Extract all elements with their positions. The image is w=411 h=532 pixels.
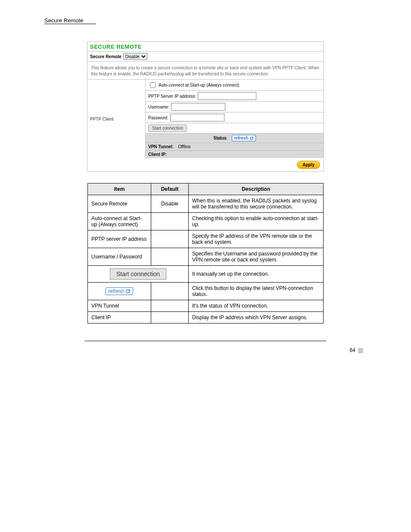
- cell-desc: Specify the IP address of the VPN remote…: [189, 230, 324, 248]
- auto-connect-label: Auto-connect at Start-up (Always connect…: [159, 83, 239, 87]
- cell-desc: Display the IP address which VPN Server …: [189, 312, 324, 324]
- toggle-label: Secure Remote: [90, 54, 121, 59]
- vpn-tunnel-value: Offline: [178, 144, 190, 149]
- cell-default: Disable: [151, 195, 189, 213]
- section-rule: [44, 24, 96, 24]
- cell-desc: Click this button to display the latest …: [189, 283, 324, 300]
- table-row: Username / Password Specifies the Userna…: [88, 248, 324, 266]
- cell-item: VPN Tunnel: [88, 300, 151, 312]
- cell-item: PPTP server IP address: [88, 230, 151, 248]
- th-default: Default: [151, 184, 189, 195]
- cell-default: [151, 312, 189, 324]
- username-label: Username:: [148, 105, 169, 109]
- secure-remote-select[interactable]: Disable: [123, 53, 147, 60]
- table-row: Auto-connect at Start-up (Always connect…: [88, 213, 324, 230]
- cell-item: Client IP: [88, 312, 151, 324]
- apply-row: Apply: [87, 158, 324, 171]
- refresh-button[interactable]: refresh: [232, 135, 256, 141]
- table-row: refresh Click this button to display the…: [88, 283, 324, 300]
- cell-item: Username / Password: [88, 248, 151, 266]
- cell-desc: It's the status of VPN connection.: [189, 300, 324, 312]
- cell-desc: It manually set up the connection.: [189, 266, 324, 283]
- status-label: Status: [213, 136, 227, 140]
- section-heading: Secure Remote: [44, 17, 369, 24]
- start-connection-button[interactable]: Start connection: [148, 124, 187, 132]
- cell-desc: When this is enabled, the RADIUS packets…: [189, 195, 324, 213]
- client-ip-label: Client IP:: [148, 152, 167, 157]
- page-box-icon: [358, 348, 363, 353]
- panel-title: SECURE REMOTE: [87, 42, 324, 52]
- secure-remote-panel: SECURE REMOTE Secure Remote Disable This…: [87, 41, 324, 172]
- refresh-icon: [249, 136, 254, 140]
- cell-refresh-button: refresh: [88, 283, 151, 300]
- ip-label: PPTP Server IP address:: [148, 94, 196, 99]
- cell-default: [151, 213, 189, 230]
- th-item: Item: [88, 184, 151, 195]
- cell-default: [151, 283, 189, 300]
- pptp-client-label: PPTP Client: [87, 80, 146, 158]
- vpn-tunnel-label: VPN Tunnel:: [148, 144, 174, 149]
- page-number: 64: [348, 346, 365, 354]
- table-row: PPTP server IP address Specify the IP ad…: [88, 230, 324, 248]
- auto-connect-checkbox[interactable]: [150, 82, 156, 88]
- doc-start-connection-button: Start connection: [110, 268, 166, 280]
- pptp-client-row: PPTP Client Auto-connect at Start-up (Al…: [87, 80, 324, 158]
- password-input[interactable]: [170, 114, 224, 121]
- cell-item: Secure Remote: [88, 195, 151, 213]
- cell-default: [151, 230, 189, 248]
- doc-refresh-label: refresh: [108, 288, 124, 294]
- refresh-label: refresh: [234, 136, 249, 140]
- table-row: Secure Remote Disable When this is enabl…: [88, 195, 324, 213]
- doc-refresh-button: refresh: [106, 287, 133, 295]
- pptp-ip-input[interactable]: [198, 92, 256, 100]
- refresh-icon: [125, 289, 131, 294]
- cell-default: [151, 300, 189, 312]
- table-row: Client IP Display the IP address which V…: [88, 312, 324, 324]
- secure-remote-toggle-row: Secure Remote Disable: [87, 52, 324, 62]
- cell-item: Auto-connect at Start-up (Always connect…: [88, 213, 151, 230]
- panel-description: This feature allows you to create a secu…: [87, 62, 324, 80]
- doc-table: Item Default Description Secure Remote D…: [87, 183, 324, 324]
- table-row: VPN Tunnel It's the status of VPN connec…: [88, 300, 324, 312]
- username-input[interactable]: [171, 103, 225, 111]
- cell-desc: Specifies the Username and password prov…: [189, 248, 324, 266]
- apply-button[interactable]: Apply: [297, 161, 320, 169]
- cell-default: [151, 248, 189, 266]
- table-row: Start connection It manually set up the …: [88, 266, 324, 283]
- footer-rule: [85, 341, 326, 341]
- password-label: Password:: [148, 115, 168, 120]
- cell-start-button: Start connection: [88, 266, 189, 283]
- th-desc: Description: [189, 184, 324, 195]
- cell-desc: Checking this option to enable auto-conn…: [189, 213, 324, 230]
